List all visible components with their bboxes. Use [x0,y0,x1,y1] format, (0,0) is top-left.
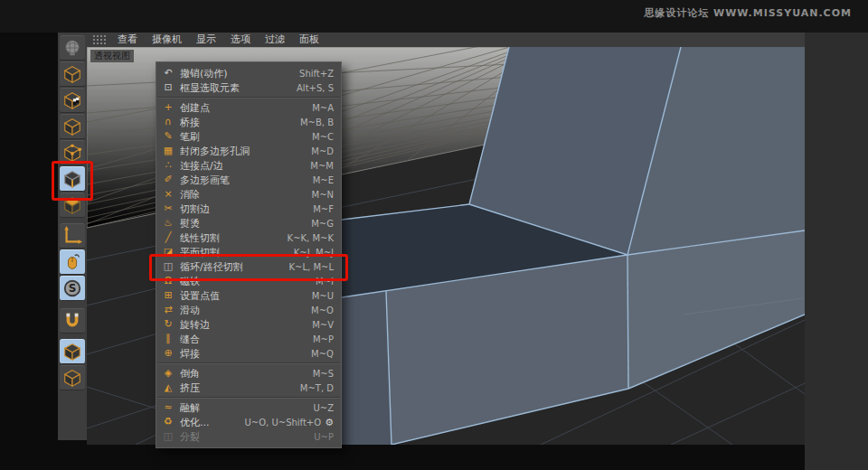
top-strip: 思缘设计论坛 WWW.MISSYUAN.COM [0,0,868,33]
menu-item-label: 优化... [180,416,238,429]
context-menu: ↶撤销(动作)Shift+Z⊡框显选取元素Alt+S, S+创建点M~A∩桥接M… [156,61,342,448]
menu-item-slide[interactable]: ⇄滑动M~O [156,303,341,317]
point-mode-icon [62,143,82,163]
menu-item-create-point[interactable]: +创建点M~A [156,100,341,115]
texture-mode-tool[interactable] [60,88,85,113]
menu-item-label: 焊接 [180,347,304,361]
menu-item-plane-cut[interactable]: ◪平面切割K~J, M~J [156,245,341,259]
menu-item-weld[interactable]: ⊕焊接M~Q [156,346,341,361]
model-mode-icon [62,64,82,84]
menu-item-set-point-value[interactable]: ⊞设置点值M~U [156,288,341,303]
menu-item-label: 封闭多边形孔洞 [180,145,304,158]
menu-item-optimize[interactable]: ♻优化...U~O, U~Shift+O⚙ [156,415,341,429]
menu-item-extrude[interactable]: ◭挤压M~T, D [156,381,341,395]
menu-item-shortcut: U~O, U~Shift+O [245,418,322,428]
weld-icon: ⊕ [162,347,175,360]
set-point-value-icon: ⊞ [162,289,175,302]
menu-item-label: 连接点/边 [180,159,303,173]
brush-icon: ✎ [162,130,175,143]
menu-item-label: 设置点值 [180,289,305,303]
menubar-item-3[interactable]: 选项 [223,33,258,47]
menu-item-split[interactable]: ◫分裂U~P [156,429,341,444]
make-editable-tool[interactable] [60,35,85,61]
workplane-snap-tool[interactable] [60,365,85,390]
menu-item-shortcut: M~F [313,204,334,214]
mouse-tool[interactable] [60,249,85,275]
menu-item-connect-points[interactable]: ∴连接点/边M~M [156,158,341,173]
menubar-item-2[interactable]: 显示 [189,33,223,47]
snap-tool[interactable]: S [60,276,85,301]
menu-item-label: 熨烫 [180,217,304,230]
menu-item-shortcut: K~K, M~K [288,233,334,243]
settings-gear-icon[interactable]: ⚙ [325,417,334,428]
tool-palette: S [58,33,87,440]
menu-item-label: 磁铁 [180,275,308,288]
undo-icon: ↶ [162,67,175,80]
create-point-icon: + [162,101,175,114]
magnet-icon [62,311,82,331]
workplane-mode-tool[interactable] [60,114,85,139]
extrude-icon: ◭ [162,381,175,394]
line-cut-icon: ╱ [162,231,175,244]
menu-item-cut-edge[interactable]: ✂切割边M~F [156,202,341,216]
menu-item-shortcut: M~G [311,219,334,229]
menu-item-shortcut: M~A [312,103,334,113]
grip-icon[interactable] [92,34,107,45]
polygon-mode-tool[interactable] [60,193,85,218]
menu-item-shortcut: M~V [312,320,334,330]
loop-path-cut-icon: ◫ [162,260,175,273]
menu-item-rotate-edge[interactable]: ↻旋转边M~V [156,317,341,332]
menu-item-magnet[interactable]: Ω磁铁M~I [156,274,341,288]
menu-item-close-polygon-hole[interactable]: ▦封闭多边形孔洞M~D [156,144,341,158]
workplane-lock-tool[interactable] [60,339,85,364]
menu-item-iron[interactable]: ♨熨烫M~G [156,216,341,230]
magnet-snap-tool[interactable] [60,308,85,334]
stitch-icon: ∥ [162,333,175,345]
menu-item-label: 循环/路径切割 [180,260,282,274]
connect-points-icon: ∴ [162,159,175,172]
menu-item-shortcut: M~E [313,175,334,185]
cut-edge-icon: ✂ [162,202,175,215]
axis-mode-tool[interactable] [60,223,85,249]
menu-item-shortcut: M~U [312,291,334,301]
menu-item-label: 挤压 [180,381,293,395]
object-left-face[interactable] [342,291,392,445]
menu-item-frame-selected[interactable]: ⊡框显选取元素Alt+S, S [156,80,341,95]
menu-item-shortcut: M~M [310,161,334,171]
menu-item-label: 多边形画笔 [180,174,306,187]
texture-mode-icon [62,90,82,110]
menubar-item-1[interactable]: 摄像机 [145,33,189,47]
polygon-edit-mode-tool[interactable] [60,166,85,192]
menu-item-label: 旋转边 [180,318,305,332]
viewport-menubar: 查看摄像机显示选项过滤面板 [87,33,805,48]
iron-icon: ♨ [162,217,175,230]
menu-item-label: 笔刷 [180,130,305,144]
menu-item-bridge[interactable]: ∩桥接M~B, B [156,115,341,129]
polygon-mode-icon [62,195,82,215]
menu-item-label: 切割边 [180,202,306,216]
point-mode-tool[interactable] [60,140,85,165]
menu-item-polygon-pen[interactable]: ✐多边形画笔M~E [156,173,341,187]
menu-item-label: 缝合 [180,333,306,346]
menu-item-shortcut: M~O [311,306,334,315]
menu-item-melt[interactable]: ≈融解U~Z [156,400,341,415]
menu-item-stitch[interactable]: ∥缝合M~P [156,332,341,346]
menu-item-shortcut: M~P [313,334,334,344]
rotate-edge-icon: ↻ [162,318,175,331]
menubar-item-5[interactable]: 面板 [292,33,326,47]
menu-item-label: 融解 [180,401,306,415]
melt-icon: ≈ [162,401,175,414]
optimize-icon: ♻ [162,416,175,428]
model-mode-tool[interactable] [60,61,85,87]
menubar-item-4[interactable]: 过滤 [258,33,292,47]
menu-item-brush[interactable]: ✎笔刷M~C [156,129,341,144]
viewport-view-label[interactable]: 透视视图 [90,50,134,62]
menu-item-loop-path-cut[interactable]: ◫循环/路径切割K~L, M~L [156,259,341,274]
menu-item-dissolve[interactable]: ×消除M~N [156,187,341,202]
menu-item-label: 平面切割 [180,246,287,259]
menu-item-shortcut: M~S [313,369,334,379]
menu-item-bevel[interactable]: ◈倒角M~S [156,366,341,381]
menu-item-undo[interactable]: ↶撤销(动作)Shift+Z [156,66,341,80]
menu-item-line-cut[interactable]: ╱线性切割K~K, M~K [156,230,341,245]
menubar-item-0[interactable]: 查看 [110,33,145,47]
